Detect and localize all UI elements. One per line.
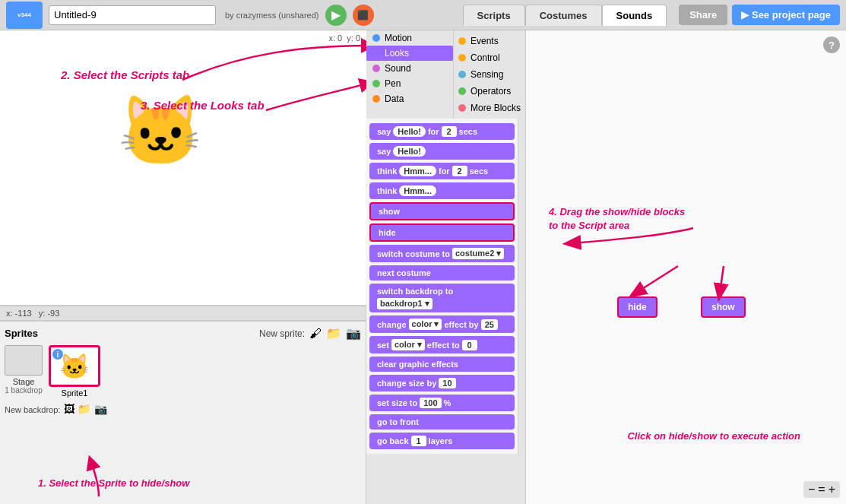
help-button[interactable]: ? [823, 36, 840, 53]
floating-hide-block[interactable]: hide [617, 296, 657, 318]
floating-show-label: show [711, 302, 735, 312]
header-tabs: Scripts Costumes Sounds [463, 5, 667, 26]
clear-effects-label: clear graphic effects [377, 360, 458, 369]
tab-scripts[interactable]: Scripts [463, 5, 525, 26]
sprites-header: Sprites New sprite: 🖌 📁 📷 [5, 326, 361, 341]
color-effect-input2[interactable]: 0 [462, 340, 477, 350]
cat-operators[interactable]: Operators [454, 84, 525, 99]
block-say[interactable]: say Hello! [369, 143, 515, 160]
paintbrush-icon[interactable]: 🖌 [309, 327, 322, 341]
header: v344 by crazymess (unshared) ▶ ⬛ Scripts… [0, 0, 846, 30]
cat-sound-label: Sound [385, 63, 411, 74]
cat-events[interactable]: Events [454, 33, 525, 49]
cat-sensing[interactable]: Sensing [454, 67, 525, 82]
tab-costumes[interactable]: Costumes [525, 5, 602, 26]
new-backdrop-paint-icon[interactable]: 🖼 [64, 403, 74, 415]
stage-thumb: Stage 1 backdrop [5, 345, 43, 395]
cat-motion[interactable]: Motion [366, 30, 453, 46]
block-clear-effects[interactable]: clear graphic effects [369, 357, 515, 372]
think-secs-input1[interactable]: Hmm... [399, 166, 436, 176]
stage-coords: x: 0 y: 0 [328, 33, 360, 43]
block-say-secs[interactable]: say Hello! for 2 secs [369, 123, 515, 140]
say-input[interactable]: Hello! [393, 146, 426, 157]
pen-dot [372, 80, 380, 87]
category-columns: Motion Looks Sound Pen Data [366, 30, 525, 119]
block-think-secs[interactable]: think Hmm... for 2 secs [369, 163, 515, 179]
new-backdrop-camera-icon[interactable]: 📷 [94, 403, 107, 415]
zoom-plus[interactable]: + [829, 483, 835, 496]
tab-sounds[interactable]: Sounds [602, 5, 667, 26]
coord-x: x: -113 [6, 309, 32, 318]
middle-panel: Motion Looks Sound Pen Data [366, 30, 526, 504]
cat-more-blocks[interactable]: More Blocks [454, 100, 525, 116]
sprite-info-icon[interactable]: i [52, 349, 63, 360]
think-secs-input2[interactable]: 2 [452, 166, 467, 176]
color-effect-dropdown2[interactable]: color ▾ [391, 339, 425, 350]
camera-icon[interactable]: 📷 [346, 326, 361, 341]
sprite1-thumb[interactable]: i 🐱 Sprite1 [49, 345, 100, 398]
cat-pen-label: Pen [385, 78, 401, 89]
upload-icon[interactable]: 📁 [326, 326, 341, 341]
cat-data[interactable]: Data [366, 91, 453, 106]
new-sprite-label: New sprite: [259, 328, 305, 339]
block-think[interactable]: think Hmm... [369, 182, 515, 199]
cat-control[interactable]: Control [454, 50, 525, 65]
script-canvas: ? 4. Drag the show/hide blocks to the Sc… [526, 30, 846, 504]
block-set-size[interactable]: set size to 100 % [369, 395, 515, 411]
block-show[interactable]: show [369, 202, 515, 220]
block-change-color[interactable]: change color ▾ effect by 25 [369, 315, 515, 333]
sprites-panel: Sprites New sprite: 🖌 📁 📷 Stage 1 backdr… [0, 321, 366, 504]
sprite1-label: Sprite1 [49, 388, 100, 398]
hide-label: hide [379, 228, 396, 237]
costume-dropdown[interactable]: costume2 ▾ [452, 248, 504, 259]
cat-left: Motion Looks Sound Pen Data [366, 30, 453, 119]
cat-pen[interactable]: Pen [366, 76, 453, 91]
block-next-costume[interactable]: next costume [369, 265, 515, 281]
zoom-minus[interactable]: − [808, 483, 815, 496]
block-hide[interactable]: hide [369, 223, 515, 242]
project-title-input[interactable] [49, 5, 216, 25]
sound-dot [372, 65, 380, 72]
backdrop-dropdown[interactable]: backdrop1 ▾ [377, 298, 433, 309]
share-button[interactable]: Share [679, 5, 727, 25]
sprites-title: Sprites [5, 328, 38, 339]
green-flag-button[interactable]: ▶ [325, 5, 347, 26]
new-sprite-controls: New sprite: 🖌 📁 📷 [259, 326, 361, 341]
cat-data-label: Data [385, 94, 404, 104]
color-effect-dropdown1[interactable]: color ▾ [409, 319, 442, 330]
block-change-size[interactable]: change size by 10 [369, 375, 515, 391]
cat-looks[interactable]: Looks [366, 46, 453, 61]
stage-thumb-box[interactable] [5, 345, 43, 376]
layers-input[interactable]: 1 [411, 436, 426, 446]
logo: v344 [6, 2, 43, 29]
see-project-button[interactable]: ▶ See project page [732, 5, 840, 25]
data-dot [372, 95, 380, 103]
annotation-select-sprite: 1. Select the Sprite to hide/show [38, 477, 189, 489]
block-set-color[interactable]: set color ▾ effect to 0 [369, 336, 515, 353]
new-backdrop-label: New backdrop: [5, 405, 60, 414]
floating-show-block[interactable]: show [701, 296, 746, 318]
annotation-select-scripts: 2. Select the Scripts tab [61, 68, 189, 81]
author-text: by crazymess (unshared) [225, 11, 319, 20]
version-text: v344 [17, 11, 31, 18]
block-go-front[interactable]: go to front [369, 414, 515, 430]
think-input[interactable]: Hmm... [399, 185, 436, 196]
new-backdrop-area: New backdrop: 🖼 📁 📷 [5, 402, 361, 416]
say-secs-input2[interactable]: 2 [442, 126, 457, 137]
stop-button[interactable]: ⬛ [353, 5, 374, 26]
sprite1-box[interactable]: i 🐱 [49, 345, 100, 387]
say-secs-input1[interactable]: Hello! [393, 126, 426, 137]
size-input2[interactable]: 100 [420, 398, 441, 408]
stage-area: x: 0 y: 0 🐱 2. Select the Scripts tab 3.… [0, 30, 366, 504]
new-backdrop-upload-icon[interactable]: 📁 [78, 403, 90, 415]
cat-sound[interactable]: Sound [366, 61, 453, 76]
block-go-back[interactable]: go back 1 layers [369, 433, 515, 449]
color-effect-input1[interactable]: 25 [481, 319, 498, 330]
block-switch-costume[interactable]: switch costume to costume2 ▾ [369, 245, 515, 262]
size-input1[interactable]: 10 [439, 378, 455, 388]
cat-sensing-label: Sensing [471, 69, 503, 80]
main-area: x: 0 y: 0 🐱 2. Select the Scripts tab 3.… [0, 30, 846, 504]
cat-events-label: Events [471, 36, 499, 46]
annotation-click-action: Click on hide/show to execute action [627, 430, 800, 443]
block-switch-backdrop[interactable]: switch backdrop to backdrop1 ▾ [369, 284, 515, 312]
